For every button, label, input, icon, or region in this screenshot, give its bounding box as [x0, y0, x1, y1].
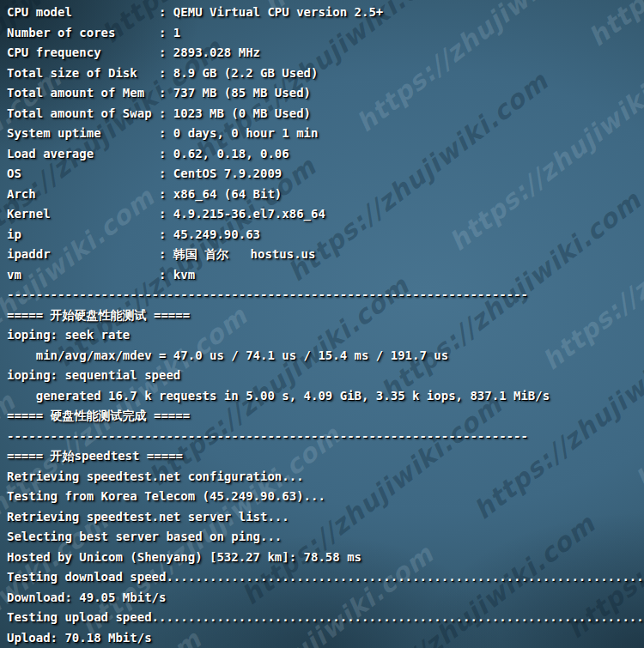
- sysinfo-row: vm: kvm: [7, 265, 644, 286]
- speedtest-line: Testing upload speed....................…: [7, 608, 644, 628]
- kv-separator: :: [159, 106, 173, 120]
- sysinfo-label: CPU model: [7, 3, 159, 23]
- kv-separator: :: [159, 147, 173, 160]
- sysinfo-label: Total size of Disk: [7, 64, 159, 84]
- sysinfo-value: 2893.028 MHz: [173, 45, 260, 59]
- speedtest-line: Retrieving speedtest.net configuration..…: [7, 467, 644, 488]
- sysinfo-row: Total amount of Swap: 1023 MB (0 MB Used…: [7, 104, 644, 124]
- speedtest-line: Retrieving speedtest.net server list...: [7, 507, 644, 528]
- sysinfo-row: CPU frequency: 2893.028 MHz: [7, 43, 644, 64]
- sysinfo-label: Load average: [7, 144, 159, 165]
- kv-separator: :: [159, 26, 173, 39]
- speedtest-line: Upload: 70.18 Mbit/s: [7, 628, 644, 648]
- sysinfo-value: 1023 MB (0 MB Used): [173, 106, 311, 120]
- sysinfo-label: System uptime: [7, 124, 159, 144]
- kv-separator: :: [159, 167, 173, 180]
- sysinfo-row: System uptime: 0 days, 0 hour 1 min: [7, 124, 644, 144]
- speedtest-line: Testing from Korea Telecom (45.249.90.63…: [7, 487, 644, 507]
- sysinfo-row: ipaddr: 韩国 首尔 hostus.us: [7, 245, 644, 265]
- kv-separator: :: [159, 5, 173, 19]
- sysinfo-row: Number of cores: 1: [7, 23, 644, 44]
- sysinfo-value: 0.62, 0.18, 0.06: [173, 147, 289, 160]
- disk-test-line: ioping: sequential speed: [7, 366, 644, 386]
- sysinfo-value: 韩国 首尔 hostus.us: [173, 247, 316, 261]
- sysinfo-value: 8.9 GB (2.2 GB Used): [173, 66, 319, 80]
- sysinfo-label: OS: [7, 164, 159, 185]
- kv-separator: :: [159, 126, 173, 140]
- disk-test-header: ===== 开始硬盘性能测试 =====: [7, 306, 644, 326]
- speedtest-header: ===== 开始speedtest =====: [7, 446, 644, 467]
- sysinfo-value: 4.9.215-36.el7.x86_64: [173, 207, 325, 221]
- sysinfo-label: Arch: [7, 185, 159, 205]
- kv-separator: :: [159, 187, 173, 201]
- sysinfo-label: Total amount of Swap: [7, 104, 159, 124]
- sysinfo-row: Arch: x86_64 (64 Bit): [7, 185, 644, 205]
- separator-line: ----------------------------------------…: [7, 285, 644, 306]
- separator-line: ----------------------------------------…: [7, 427, 644, 447]
- speedtest-line: Download: 49.05 Mbit/s: [7, 588, 644, 609]
- sysinfo-value: kvm: [173, 268, 195, 282]
- kv-separator: :: [159, 45, 173, 59]
- disk-test-line: ioping: seek rate: [7, 325, 644, 346]
- disk-test-footer: ===== 硬盘性能测试完成 =====: [7, 406, 644, 427]
- sysinfo-row: OS: CentOS 7.9.2009: [7, 164, 644, 185]
- sysinfo-label: CPU frequency: [7, 43, 159, 64]
- sysinfo-value: 737 MB (85 MB Used): [173, 86, 311, 100]
- sysinfo-value: x86_64 (64 Bit): [173, 187, 282, 201]
- sysinfo-row: Kernel: 4.9.215-36.el7.x86_64: [7, 204, 644, 225]
- sysinfo-row: Total amount of Mem: 737 MB (85 MB Used): [7, 83, 644, 104]
- speedtest-line: Testing download speed..................…: [7, 567, 644, 588]
- sysinfo-value: 1: [173, 26, 180, 39]
- sysinfo-row: Load average: 0.62, 0.18, 0.06: [7, 144, 644, 165]
- kv-separator: :: [159, 86, 173, 100]
- terminal-output: CPU model: QEMU Virtual CPU version 2.5+…: [0, 0, 644, 648]
- kv-separator: :: [159, 247, 173, 261]
- kv-separator: :: [159, 207, 173, 221]
- sysinfo-label: Number of cores: [7, 23, 159, 44]
- sysinfo-value: 0 days, 0 hour 1 min: [173, 126, 319, 140]
- speedtest-line: Selecting best server based on ping...: [7, 527, 644, 548]
- sysinfo-label: ip: [7, 225, 159, 245]
- sysinfo-value: 45.249.90.63: [173, 227, 260, 241]
- sysinfo-label: vm: [7, 265, 159, 286]
- disk-test-line: generated 16.7 k requests in 5.00 s, 4.0…: [7, 386, 644, 407]
- sysinfo-value: CentOS 7.9.2009: [173, 167, 282, 180]
- kv-separator: :: [159, 268, 173, 282]
- sysinfo-row: Total size of Disk: 8.9 GB (2.2 GB Used): [7, 64, 644, 84]
- desktop-background: https://zhujiwiki.comhttps://zhujiwiki.c…: [0, 0, 644, 648]
- sysinfo-label: Total amount of Mem: [7, 83, 159, 104]
- sysinfo-row: ip: 45.249.90.63: [7, 225, 644, 245]
- speedtest-line: Hosted by Unicom (Shenyang) [532.27 km]:…: [7, 548, 644, 568]
- sysinfo-label: ipaddr: [7, 245, 159, 265]
- kv-separator: :: [159, 66, 173, 80]
- sysinfo-label: Kernel: [7, 204, 159, 225]
- sysinfo-row: CPU model: QEMU Virtual CPU version 2.5+: [7, 3, 644, 23]
- sysinfo-value: QEMU Virtual CPU version 2.5+: [173, 5, 383, 19]
- kv-separator: :: [159, 227, 173, 241]
- disk-test-line: min/avg/max/mdev = 47.0 us / 74.1 us / 1…: [7, 346, 644, 366]
